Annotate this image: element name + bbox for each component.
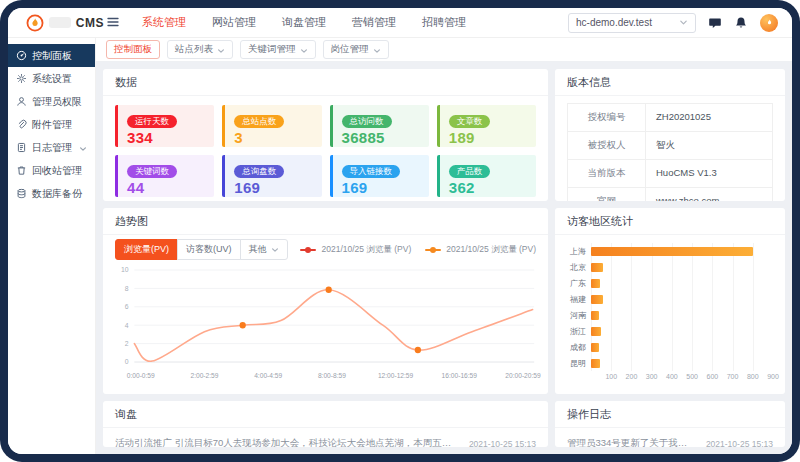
region-label: 上海 <box>563 246 591 257</box>
svg-text:8: 8 <box>125 285 129 292</box>
trend-tab-label: 访客数(UV) <box>186 243 232 256</box>
region-axis-tick: 600 <box>706 373 718 380</box>
stat-card-value: 169 <box>342 179 420 196</box>
subnav-tab[interactable]: 站点列表 <box>167 40 233 59</box>
stat-card-label: 运行天数 <box>127 115 177 128</box>
sidebar-item[interactable]: 附件管理 <box>8 113 95 136</box>
stat-card: 总询盘数169 <box>222 155 321 197</box>
trend-tab[interactable]: 访客数(UV) <box>177 239 241 260</box>
version-row: 当前版本HuoCMS V1.3 <box>568 159 772 187</box>
sidebar-item[interactable]: 控制面板 <box>8 44 95 67</box>
topnav-item[interactable]: 营销管理 <box>352 15 396 30</box>
stat-card: 关键词数44 <box>115 155 214 197</box>
region-track <box>591 259 773 275</box>
log-text: 管理员334号更新了关于我们的内容。 <box>567 437 696 447</box>
stat-card-label: 总访问数 <box>342 115 392 128</box>
region-label: 福建 <box>563 294 591 305</box>
inquiry-text: 活动引流推广 引流目标70人去现场参加大会，科技论坛大会地点芜湖，本周五举办。 <box>115 437 459 447</box>
stat-card-value: 3 <box>234 129 312 146</box>
region-axis-tick: 100 <box>605 373 617 380</box>
topnav-item[interactable]: 询盘管理 <box>282 15 326 30</box>
subnav-tab[interactable]: 关键词管理 <box>240 40 316 59</box>
region-axis-ticks: 100200300400500600700800900 <box>591 371 773 384</box>
subnav-tab-label: 控制面板 <box>114 43 152 56</box>
trend-metric-tabs: 浏览量(PV)访客数(UV)其他 <box>115 239 288 260</box>
region-track <box>591 275 773 291</box>
region-axis-tick: 300 <box>646 373 658 380</box>
chevron-down-icon <box>79 144 87 152</box>
subnav-tab[interactable]: 岗位管理 <box>323 40 389 59</box>
region-bar <box>591 263 603 272</box>
region-axis-tick: 200 <box>626 373 638 380</box>
region-track <box>591 339 773 355</box>
legend-marker-icon <box>300 249 316 251</box>
site-domain-value: hc-demo.dev.test <box>576 17 652 28</box>
topnav-item[interactable]: 网站管理 <box>212 15 256 30</box>
gear-icon <box>16 73 27 84</box>
subnav-tab[interactable]: 控制面板 <box>106 40 160 59</box>
version-row: 官网www.zhco.com <box>568 187 772 201</box>
region-axis-tick: 900 <box>767 373 779 380</box>
topbar: CMS 系统管理网站管理询盘管理营销管理招聘管理 hc-demo.dev.tes… <box>8 8 792 38</box>
region-panel-title: 访客地区统计 <box>555 208 785 235</box>
inquiry-panel-title: 询盘 <box>103 401 548 428</box>
region-bar <box>591 343 599 352</box>
version-panel: 版本信息 授权编号ZH20201025被授权人智火当前版本HuoCMS V1.3… <box>555 69 785 201</box>
sidebar-item-label: 管理员权限 <box>32 95 82 109</box>
trend-tab[interactable]: 其他 <box>240 239 288 260</box>
sidebar-item-label: 数据库备份 <box>32 187 82 201</box>
region-x-axis: 100200300400500600700800900 <box>563 371 773 384</box>
sidebar-item-label: 控制面板 <box>32 49 72 63</box>
top-navigation: 系统管理网站管理询盘管理营销管理招聘管理 <box>142 15 466 30</box>
stat-card-label: 导入链接数 <box>342 165 401 178</box>
version-row: 被授权人智火 <box>568 131 772 159</box>
trend-legend: 2021/10/25 浏览量 (PV)2021/10/25 浏览量 (PV) <box>300 244 536 256</box>
region-track <box>591 355 773 371</box>
region-bar <box>591 279 600 288</box>
message-icon[interactable] <box>708 16 722 30</box>
trend-controls: 浏览量(PV)访客数(UV)其他 2021/10/25 浏览量 (PV)2021… <box>103 235 548 262</box>
stat-card-value: 189 <box>449 129 527 146</box>
sidebar-item[interactable]: 系统设置 <box>8 67 95 90</box>
legend-item[interactable]: 2021/10/25 浏览量 (PV) <box>300 244 411 256</box>
trend-tab[interactable]: 浏览量(PV) <box>115 239 178 260</box>
log-list-item[interactable]: 管理员334号更新了关于我们的内容。 2021-10-25 15:13 <box>555 428 785 447</box>
region-label: 北京 <box>563 262 591 273</box>
legend-label: 2021/10/25 浏览量 (PV) <box>321 244 411 256</box>
inquiry-list-item[interactable]: 活动引流推广 引流目标70人去现场参加大会，科技论坛大会地点芜湖，本周五举办。 … <box>103 428 548 447</box>
region-axis-tick: 400 <box>666 373 678 380</box>
region-track <box>591 323 773 339</box>
sidebar-item[interactable]: 数据库备份 <box>8 182 95 205</box>
brand-name-redacted <box>49 17 71 28</box>
subnav-tab-label: 岗位管理 <box>331 43 369 56</box>
version-row: 授权编号ZH20201025 <box>568 104 772 131</box>
sidebar-item[interactable]: 管理员权限 <box>8 90 95 113</box>
region-row: 上海 <box>563 243 773 259</box>
region-bar <box>591 327 601 336</box>
sidebar-collapse-icon[interactable] <box>106 15 122 31</box>
topnav-item[interactable]: 系统管理 <box>142 15 186 30</box>
svg-text:6: 6 <box>125 303 129 310</box>
content: 数据 运行天数334总站点数3总访问数36885文章数189关键词数44总询盘数… <box>96 62 792 454</box>
user-avatar[interactable] <box>760 14 778 32</box>
version-row-label: 官网 <box>568 188 646 201</box>
legend-item[interactable]: 2021/10/25 浏览量 (PV) <box>425 244 536 256</box>
paperclip-icon <box>16 119 27 130</box>
trash-icon <box>16 165 27 176</box>
bell-icon[interactable] <box>734 16 748 30</box>
svg-text:4:00-4:59: 4:00-4:59 <box>254 372 282 379</box>
svg-text:12:00-12:59: 12:00-12:59 <box>378 372 414 379</box>
region-row: 昆明 <box>563 355 773 371</box>
stat-card-value: 44 <box>127 179 205 196</box>
svg-text:20:00-20:59: 20:00-20:59 <box>505 372 541 379</box>
site-domain-select[interactable]: hc-demo.dev.test <box>568 13 696 33</box>
data-panel: 数据 运行天数334总站点数3总访问数36885文章数189关键词数44总询盘数… <box>103 69 548 201</box>
version-row-label: 当前版本 <box>568 160 646 187</box>
region-track <box>591 243 773 259</box>
database-icon <box>16 188 27 199</box>
topnav-item[interactable]: 招聘管理 <box>422 15 466 30</box>
sidebar-item[interactable]: 回收站管理 <box>8 159 95 182</box>
sidebar-item[interactable]: 日志管理 <box>8 136 95 159</box>
trend-panel: 趋势图 浏览量(PV)访客数(UV)其他 2021/10/25 浏览量 (PV)… <box>103 208 548 394</box>
region-row: 福建 <box>563 291 773 307</box>
